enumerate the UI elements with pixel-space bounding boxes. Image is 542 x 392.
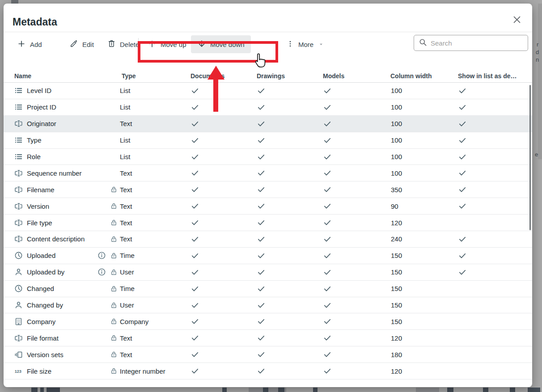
check-icon (257, 204, 266, 212)
text-type-icon (14, 235, 23, 243)
column-width-value: 120 (387, 367, 454, 375)
check-icon (458, 171, 467, 179)
drawings-check (253, 152, 319, 161)
move-up-button[interactable]: Move up (144, 35, 190, 53)
name-cell: Changed (14, 284, 110, 293)
table-row[interactable]: Version Text 90 (4, 198, 532, 215)
background-text-fragment: r (537, 41, 538, 48)
table-row[interactable]: 123 File size Integer number 120 (4, 363, 532, 379)
more-button[interactable]: More (283, 35, 327, 53)
table-row[interactable]: Version sets Text 180 (4, 346, 532, 363)
check-icon (323, 254, 332, 261)
check-icon (458, 369, 467, 377)
info-icon[interactable] (97, 251, 106, 260)
documents-check (187, 119, 253, 128)
svg-text:123: 123 (15, 369, 21, 373)
documents-check (187, 202, 253, 211)
list-type-icon (14, 86, 23, 95)
check-icon (191, 254, 199, 261)
column-header-show-in-list[interactable]: Show in list as de… (454, 72, 532, 80)
table-row[interactable]: Uploaded Time 150 (4, 248, 532, 264)
column-header-models[interactable]: Models (319, 72, 387, 80)
background-page-fragment (510, 388, 515, 392)
move-down-button[interactable]: Move down (191, 35, 251, 53)
show-in-list-check (454, 185, 532, 194)
table-row[interactable]: Uploaded by User 150 (4, 264, 532, 281)
row-type: List (120, 103, 130, 111)
documents-check (187, 301, 253, 310)
text-type-icon (14, 169, 23, 177)
edit-button[interactable]: Edit (66, 35, 97, 53)
documents-check (187, 333, 253, 342)
check-icon (458, 254, 467, 261)
type-cell: Text (110, 120, 187, 127)
table-row[interactable]: Project ID List 100 (4, 99, 532, 116)
list-type-icon (14, 136, 23, 144)
delete-button[interactable]: Delete (104, 35, 143, 53)
table-row[interactable]: Originator Text 100 (4, 116, 532, 132)
table-row[interactable]: Company Company 150 (4, 313, 532, 330)
column-width-value: 90 (387, 202, 454, 210)
row-name: Uploaded by (27, 268, 64, 276)
name-cell: Version sets (14, 350, 110, 359)
name-cell: Company (14, 317, 110, 326)
check-icon (458, 221, 467, 228)
check-icon (458, 353, 467, 360)
check-icon (458, 320, 467, 327)
show-in-list-check (454, 136, 532, 145)
table-row[interactable]: Filename Text 350 (4, 181, 532, 198)
check-icon (458, 303, 467, 311)
row-name: Uploaded (27, 252, 55, 259)
background-page-fragment (313, 388, 318, 392)
close-button[interactable] (511, 14, 523, 27)
lock-icon (110, 318, 117, 325)
type-cell: Text (110, 202, 187, 210)
drawings-check (253, 317, 319, 326)
vertical-scrollbar[interactable] (529, 85, 531, 230)
info-icon[interactable] (97, 268, 106, 276)
column-header-type[interactable]: Type (110, 72, 187, 80)
table-row[interactable]: Role List 100 (4, 149, 532, 165)
row-type: Text (120, 169, 132, 177)
show-in-list-check (454, 119, 532, 128)
check-icon (458, 336, 467, 344)
background-page-fragment (483, 388, 488, 392)
table-row[interactable]: Sequence number Text 100 (4, 165, 532, 181)
column-header-drawings[interactable]: Drawings (253, 72, 319, 80)
table-row[interactable]: Type List 100 (4, 132, 532, 149)
name-cell: Uploaded (14, 251, 110, 260)
search-input[interactable] (431, 39, 516, 47)
move-down-button-label: Move down (210, 41, 245, 48)
table-row[interactable]: Content description Text 240 (4, 231, 532, 248)
show-in-list-check (454, 86, 532, 95)
table-row[interactable]: File type Text 120 (4, 215, 532, 231)
table-row[interactable]: Changed by User 150 (4, 297, 532, 314)
text-type-icon (14, 202, 23, 211)
show-in-list-check (454, 235, 532, 244)
check-icon (257, 139, 266, 146)
type-cell: List (110, 136, 187, 144)
user-type-icon (14, 268, 23, 276)
column-header-column-width[interactable]: Column width (387, 72, 454, 80)
name-cell: Filename (14, 185, 110, 194)
table-row[interactable]: File format Text 120 (4, 330, 532, 346)
drawings-check (253, 235, 319, 244)
check-icon (191, 303, 199, 311)
check-icon (323, 171, 332, 179)
models-check (319, 251, 387, 260)
column-header-name[interactable]: Name (14, 72, 110, 80)
check-icon (323, 336, 332, 344)
show-in-list-check (454, 333, 532, 342)
table-row[interactable]: Changed Time 150 (4, 281, 532, 297)
drawings-check (253, 284, 319, 293)
user-type-icon (14, 301, 23, 309)
column-width-value: 100 (387, 120, 454, 127)
table-row[interactable]: Level ID List 100 (4, 83, 532, 99)
lock-icon (110, 236, 117, 243)
column-width-value: 150 (387, 268, 454, 276)
drawings-check (253, 103, 319, 112)
add-button[interactable]: Add (13, 35, 46, 53)
name-cell: Project ID (14, 103, 110, 111)
row-name: Project ID (27, 103, 56, 111)
type-cell: Text (110, 351, 187, 358)
